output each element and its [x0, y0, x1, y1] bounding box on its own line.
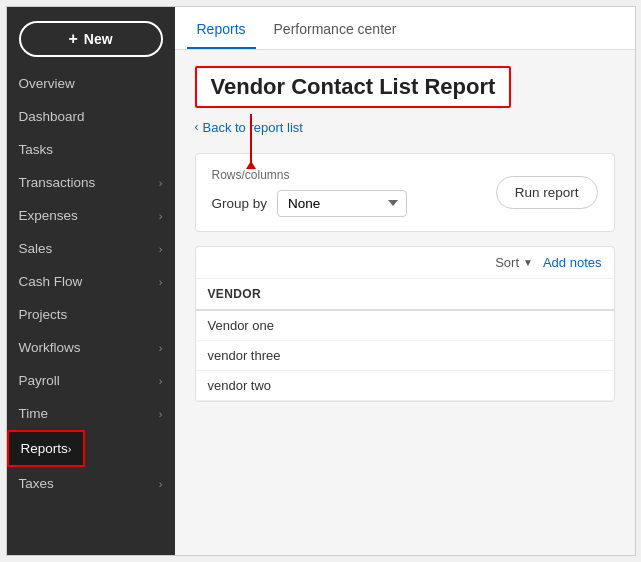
new-button-label: New [84, 31, 113, 47]
sidebar-item-label: Overview [19, 76, 75, 91]
chevron-right-icon: › [68, 443, 72, 455]
sidebar-item-label: Payroll [19, 373, 60, 388]
chevron-left-icon: ‹ [195, 120, 199, 134]
sidebar-item-label: Time [19, 406, 49, 421]
results-section: Sort ▼ Add notes VENDOR Ve [195, 246, 615, 402]
vendor-cell: vendor three [196, 340, 614, 370]
report-title: Vendor Contact List Report [211, 74, 496, 100]
main-content: Reports Performance center Vendor Contac… [175, 7, 635, 555]
run-report-button[interactable]: Run report [496, 176, 598, 209]
vendor-cell: Vendor one [196, 310, 614, 341]
content-area: Vendor Contact List Report ‹ Back to rep… [175, 50, 635, 555]
tab-reports[interactable]: Reports [187, 7, 256, 49]
results-header: Sort ▼ Add notes [196, 247, 614, 279]
chevron-right-icon: › [159, 210, 163, 222]
sidebar-item-label: Tasks [19, 142, 54, 157]
sort-label: Sort [495, 255, 519, 270]
sidebar-item-label: Transactions [19, 175, 96, 190]
sidebar-item-cashflow[interactable]: Cash Flow › [7, 265, 175, 298]
plus-icon: + [68, 30, 77, 48]
add-notes-button[interactable]: Add notes [543, 255, 602, 270]
sidebar-item-label: Sales [19, 241, 53, 256]
sidebar-item-transactions[interactable]: Transactions › [7, 166, 175, 199]
filter-section: Rows/columns Group by None Vendor Type R… [195, 153, 615, 232]
sidebar-item-projects[interactable]: Projects [7, 298, 175, 331]
sidebar-item-label: Reports [21, 441, 68, 456]
sidebar-item-label: Dashboard [19, 109, 85, 124]
table-row: vendor two [196, 370, 614, 400]
chevron-right-icon: › [159, 177, 163, 189]
chevron-right-icon: › [159, 342, 163, 354]
filter-left: Rows/columns Group by None Vendor Type [212, 168, 408, 217]
chevron-right-icon: › [159, 408, 163, 420]
sidebar: + New Overview Dashboard Tasks Transacti… [7, 7, 175, 555]
sidebar-item-taxes[interactable]: Taxes › [7, 467, 175, 500]
sidebar-item-payroll[interactable]: Payroll › [7, 364, 175, 397]
new-button-wrap: + New [7, 7, 175, 67]
sidebar-item-label: Taxes [19, 476, 54, 491]
annotation-arrowhead [246, 161, 256, 169]
sidebar-item-label: Projects [19, 307, 68, 322]
table-header-row: VENDOR [196, 279, 614, 310]
rows-columns-label: Rows/columns [212, 168, 408, 182]
table-row: Vendor one [196, 310, 614, 341]
chevron-right-icon: › [159, 243, 163, 255]
tab-bar: Reports Performance center [175, 7, 635, 50]
results-table: VENDOR Vendor onevendor threevendor two [196, 279, 614, 401]
sidebar-item-label: Cash Flow [19, 274, 83, 289]
table-container: VENDOR Vendor onevendor threevendor two [196, 279, 614, 401]
vendor-column-header: VENDOR [196, 279, 614, 310]
report-title-box: Vendor Contact List Report [195, 66, 512, 108]
group-by-row: Group by None Vendor Type [212, 190, 408, 217]
chevron-right-icon: › [159, 276, 163, 288]
group-by-label: Group by [212, 196, 268, 211]
sidebar-item-workflows[interactable]: Workflows › [7, 331, 175, 364]
sidebar-navigation: Overview Dashboard Tasks Transactions › … [7, 67, 175, 555]
sidebar-item-dashboard[interactable]: Dashboard [7, 100, 175, 133]
tab-performance-center[interactable]: Performance center [264, 7, 407, 49]
sidebar-item-overview[interactable]: Overview [7, 67, 175, 100]
sidebar-item-reports[interactable]: Reports › [7, 430, 86, 467]
sort-arrow-icon: ▼ [523, 257, 533, 268]
annotation-arrow-line [250, 114, 252, 169]
sidebar-item-label: Workflows [19, 340, 81, 355]
new-button[interactable]: + New [19, 21, 163, 57]
group-by-select[interactable]: None Vendor Type [277, 190, 407, 217]
sidebar-item-sales[interactable]: Sales › [7, 232, 175, 265]
chevron-right-icon: › [159, 478, 163, 490]
vendor-cell: vendor two [196, 370, 614, 400]
sidebar-item-tasks[interactable]: Tasks [7, 133, 175, 166]
sidebar-item-label: Expenses [19, 208, 78, 223]
chevron-right-icon: › [159, 375, 163, 387]
table-row: vendor three [196, 340, 614, 370]
sort-button[interactable]: Sort ▼ [495, 255, 533, 270]
sidebar-item-expenses[interactable]: Expenses › [7, 199, 175, 232]
sidebar-item-time[interactable]: Time › [7, 397, 175, 430]
